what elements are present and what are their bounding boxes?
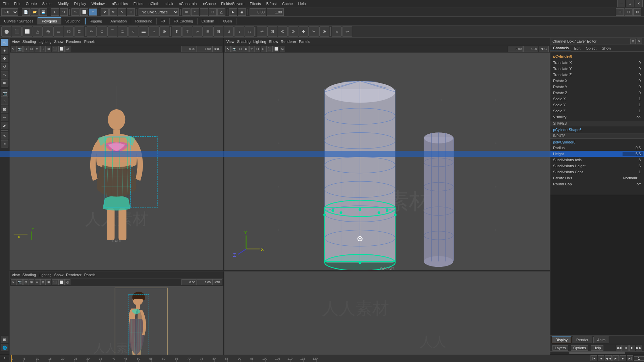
- poly-pipe-btn[interactable]: ⊏: [74, 26, 84, 37]
- cb-row-scale-x[interactable]: Scale X 1: [550, 96, 644, 102]
- menu-create[interactable]: Create: [23, 1, 40, 6]
- snap-point-btn[interactable]: ·: [200, 8, 208, 16]
- vp-persp-grid-btn[interactable]: ⊞: [261, 46, 266, 52]
- open-scene-btn[interactable]: 📂: [31, 8, 39, 16]
- scale-tool-btn[interactable]: ⤡: [118, 8, 126, 16]
- poly-sphere-btn[interactable]: ⬤: [1, 26, 11, 37]
- tab-sculpting[interactable]: Sculpting: [61, 18, 85, 24]
- select-tool[interactable]: ↖: [1, 39, 8, 46]
- menu-bifrost[interactable]: Bifrost: [264, 1, 279, 6]
- viewport-front-canvas[interactable]: 人人素材 X Y: [10, 53, 223, 270]
- cb-row-rotate-x[interactable]: Rotate X 0: [550, 78, 644, 84]
- duplicate-btn[interactable]: ⊡: [267, 26, 277, 37]
- vp-front-lighting-menu[interactable]: Lighting: [39, 40, 52, 44]
- vp-persp-tb3[interactable]: ⊡: [238, 46, 243, 52]
- poly-cylinder-btn[interactable]: ⬜: [22, 26, 32, 37]
- cb-tab-show[interactable]: Show: [599, 46, 614, 51]
- vp-front-tb6[interactable]: ⊟: [40, 46, 46, 52]
- vp-persp-val1[interactable]: [508, 46, 523, 52]
- extrude-btn[interactable]: ⬆: [172, 26, 182, 37]
- settings-btn[interactable]: ⊞: [616, 8, 624, 16]
- viewport-persp-canvas[interactable]: 人人素材: [224, 53, 550, 270]
- menu-modify[interactable]: Modify: [55, 1, 71, 6]
- cb-scrollbar[interactable]: [550, 351, 644, 354]
- cb-tab-object[interactable]: Object: [583, 46, 599, 51]
- redo-btn[interactable]: ↪: [60, 8, 68, 16]
- vp-front-renderer-menu[interactable]: Renderer: [66, 40, 82, 44]
- pb-play-btn[interactable]: ►: [612, 355, 619, 361]
- vp-persp-view-menu[interactable]: View: [226, 40, 234, 44]
- soft-select-btn[interactable]: ⌾: [332, 26, 342, 37]
- move-tool-btn[interactable]: ✥: [101, 8, 109, 16]
- viewport-side-canvas[interactable]: 人人素材: [10, 286, 223, 362]
- poly-torus-btn[interactable]: ◎: [43, 26, 53, 37]
- bulge-btn[interactable]: ○: [128, 26, 138, 37]
- cb-float-btn[interactable]: ⊟: [630, 39, 636, 44]
- window-maximize-btn[interactable]: □: [626, 0, 634, 7]
- render-btn[interactable]: ▶: [229, 8, 237, 16]
- vp-persp-panels-menu[interactable]: Panels: [299, 40, 310, 44]
- paint-select-btn[interactable]: ✦: [89, 8, 97, 16]
- vp-side-val1[interactable]: [181, 279, 197, 285]
- nav-prev-btn[interactable]: ◄: [623, 345, 629, 351]
- camera-tool[interactable]: 📷: [1, 89, 8, 97]
- tab-rendering[interactable]: Rendering: [131, 18, 157, 24]
- vp-persp-tb2[interactable]: 📷: [231, 46, 237, 52]
- tab-custom[interactable]: Custom: [198, 18, 219, 24]
- snap-grid-btn[interactable]: ⊞: [182, 8, 191, 16]
- vp-side-sRGB-btn[interactable]: sRG: [212, 279, 222, 285]
- cb-inputs-header[interactable]: INPUTS: [550, 133, 644, 139]
- multi-cut-btn[interactable]: ✂: [309, 26, 319, 37]
- pb-prev-frame-btn[interactable]: ◄: [598, 355, 604, 361]
- cb-row-subdivisions-caps[interactable]: Subdivisions Caps 1: [550, 169, 644, 175]
- tab-rigging[interactable]: Rigging: [85, 18, 106, 24]
- cb-shapes-node[interactable]: pCylinderShape6: [550, 127, 644, 132]
- vp-front-panels-menu[interactable]: Panels: [84, 40, 96, 44]
- save-scene-btn[interactable]: 💾: [39, 8, 47, 16]
- move-tool[interactable]: ✥: [1, 55, 8, 62]
- menu-edit[interactable]: Edit: [11, 1, 23, 6]
- menu-effects[interactable]: Effects: [247, 1, 263, 6]
- vp-side-tb2[interactable]: 📷: [16, 279, 23, 285]
- cb-row-translate-y[interactable]: Translate Y 0: [550, 66, 644, 72]
- vp-side-view-menu[interactable]: View: [12, 273, 20, 277]
- smooth-btn[interactable]: ⌒: [107, 26, 117, 37]
- soft-mod[interactable]: ○: [1, 98, 8, 105]
- new-scene-btn[interactable]: 📄: [22, 8, 30, 16]
- menu-nconstraint[interactable]: nConstraint: [176, 1, 200, 6]
- poly-disc-btn[interactable]: ⬡: [64, 26, 74, 37]
- vp-persp-lighting-menu[interactable]: Lighting: [253, 40, 266, 44]
- tab-fx[interactable]: FX: [157, 18, 170, 24]
- vp-persp-val2[interactable]: [523, 46, 538, 52]
- transform-tool-btn[interactable]: ⊞: [127, 8, 135, 16]
- menu-nparticles[interactable]: nParticles: [109, 1, 130, 6]
- menu-display[interactable]: Display: [71, 1, 89, 6]
- rotate-tool-btn[interactable]: ↺: [109, 8, 117, 16]
- nav-next-btn[interactable]: ►: [629, 345, 635, 351]
- vp-front-shading-menu[interactable]: Shading: [22, 40, 36, 44]
- sculpt-tool[interactable]: ✏: [1, 114, 8, 121]
- menu-fluids[interactable]: Fluids: [131, 1, 146, 6]
- vp-persp-show-menu[interactable]: Show: [269, 40, 278, 44]
- cv-curve-tool[interactable]: ∿: [1, 132, 8, 139]
- append-btn[interactable]: ✚: [299, 26, 309, 37]
- vp-side-grid-btn[interactable]: ⊞: [46, 279, 51, 285]
- vp-front-tb3[interactable]: ⊡: [23, 46, 29, 52]
- crease-btn[interactable]: ⊃: [118, 26, 128, 37]
- vp-persp-tb5[interactable]: ✏: [249, 46, 255, 52]
- nav-end-btn[interactable]: ▶▶: [636, 345, 642, 351]
- menu-nhair[interactable]: nHair: [162, 1, 176, 6]
- vp-front-view-menu[interactable]: View: [12, 40, 20, 44]
- fill-hole-btn[interactable]: ⊙: [278, 26, 288, 37]
- vp-side-renderer-menu[interactable]: Renderer: [66, 273, 82, 277]
- mirror-btn[interactable]: ⇌: [257, 26, 267, 37]
- bevel-btn[interactable]: ⌐: [193, 26, 203, 37]
- vp-persp-wire-btn[interactable]: ⬜: [273, 46, 279, 52]
- vp-front-grid-btn[interactable]: ⊞: [46, 46, 51, 52]
- menu-ncache[interactable]: nCache: [200, 1, 218, 6]
- paint-tool[interactable]: ✦: [1, 47, 8, 54]
- ipr-btn[interactable]: ◉: [238, 8, 246, 16]
- vp-front-shaded-btn[interactable]: ⬛: [52, 46, 58, 52]
- pb-next-frame-btn[interactable]: ►: [620, 355, 626, 361]
- vp-front-val2[interactable]: [197, 46, 212, 52]
